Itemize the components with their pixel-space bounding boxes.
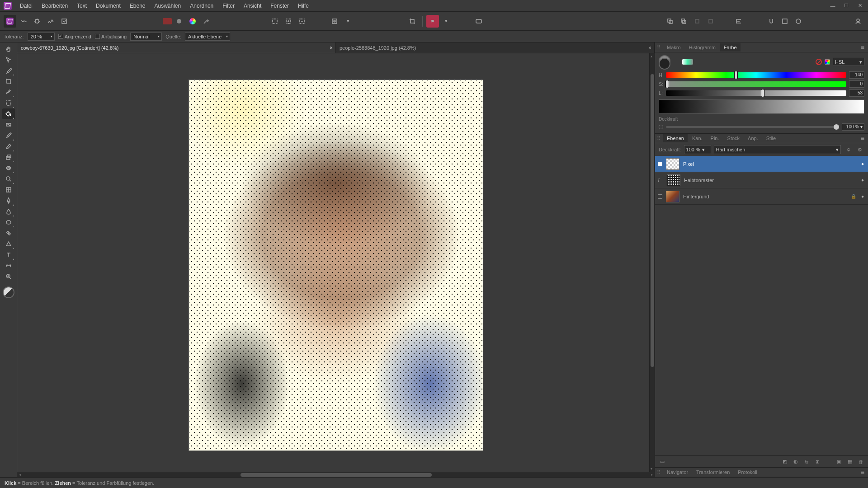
tab-makro[interactable]: Makro [663, 43, 684, 52]
panel-dock-icon[interactable]: ⠿ [657, 44, 660, 50]
layer-select-checkbox[interactable] [658, 194, 662, 199]
text-tool[interactable] [2, 249, 15, 260]
layer-settings-button[interactable]: ⚙ [855, 145, 864, 154]
layer-lock-icon[interactable]: 🔒 [851, 194, 856, 199]
tab-transformieren[interactable]: Transformieren [693, 468, 733, 476]
clone-tool[interactable] [2, 152, 15, 163]
crop-tool[interactable] [2, 76, 15, 87]
saturation-slider[interactable] [666, 81, 846, 87]
color-opacity-slider[interactable] [666, 126, 839, 128]
arrange-forward-button[interactable] [691, 15, 703, 28]
horizontal-scrollbar[interactable]: ◂ ▸ [17, 472, 655, 477]
menu-ebene[interactable]: Ebene [125, 1, 150, 11]
persona-liquify-button[interactable] [17, 15, 30, 28]
assistant-dropdown[interactable]: ▾ [440, 15, 453, 28]
panel-menu-icon[interactable]: ≡ [859, 44, 866, 51]
lightness-value[interactable]: 53 [849, 89, 864, 97]
menu-hilfe[interactable]: Hilfe [293, 1, 313, 11]
mask-button[interactable]: ◩ [780, 458, 789, 466]
color-mode-icon[interactable] [825, 59, 830, 65]
tab-histogramm[interactable]: Histogramm [685, 43, 719, 52]
document-tab-2[interactable]: people-2583848_1920.jpg (42.8%)× [336, 42, 655, 53]
tab-kanaele[interactable]: Kan. [689, 134, 706, 142]
lightness-slider[interactable] [666, 90, 846, 96]
layer-fx-button[interactable]: ✲ [844, 145, 853, 154]
layer-name[interactable]: Halbtonraster [684, 178, 856, 183]
tab-protokoll[interactable]: Protokoll [734, 468, 761, 476]
tab-anpassungen[interactable]: Anp. [744, 134, 762, 142]
grayscale-button[interactable] [173, 15, 185, 28]
menu-anordnen[interactable]: Anordnen [185, 1, 218, 11]
move-tool[interactable] [2, 54, 15, 65]
quick-mask-dropdown[interactable]: ▾ [342, 15, 354, 28]
selection-new-button[interactable] [269, 15, 281, 28]
delete-layer-button[interactable]: 🗑 [856, 458, 865, 466]
snap-guides-button[interactable] [792, 15, 805, 28]
gradient-tool[interactable] [2, 119, 15, 130]
panel-menu-icon[interactable]: ≡ [859, 135, 866, 142]
menu-datei[interactable]: Datei [15, 1, 37, 11]
canvas-viewport[interactable]: ▴ ▾ ◂ ▸ [17, 53, 655, 477]
window-maximize-button[interactable]: ☐ [840, 1, 853, 10]
arrange-front-button[interactable] [664, 15, 676, 28]
mesh-warp-tool[interactable] [2, 184, 15, 195]
color-swatch[interactable] [3, 286, 14, 298]
preview-mode-button[interactable] [472, 15, 485, 28]
blend-mode-select[interactable]: Normal [130, 33, 162, 41]
window-close-button[interactable]: ✕ [854, 1, 866, 10]
crop-indicator-button[interactable] [406, 15, 419, 28]
align-button[interactable] [732, 15, 745, 28]
canvas[interactable] [189, 80, 483, 450]
dodge-tool[interactable] [2, 174, 15, 184]
menu-filter[interactable]: Filter [218, 1, 239, 11]
account-button[interactable] [852, 15, 864, 28]
persona-develop-button[interactable] [31, 15, 43, 28]
sponge-tool[interactable] [2, 217, 15, 228]
color-picker-button[interactable] [200, 15, 212, 28]
layer-opacity-input[interactable]: 100 %▾ [684, 145, 711, 154]
source-select[interactable]: Aktuelle Ebene [185, 33, 230, 41]
hand-tool[interactable] [2, 43, 15, 54]
selection-subtract-button[interactable] [296, 15, 308, 28]
layer-filter-button[interactable]: ▭ [658, 458, 667, 466]
persona-tonemap-button[interactable] [44, 15, 57, 28]
secondary-color-swatch[interactable] [659, 58, 670, 70]
snap-grid-button[interactable] [778, 15, 791, 28]
quick-mask-button[interactable] [328, 15, 341, 28]
layer-blend-select[interactable]: Hart mischen▾ [714, 145, 841, 154]
antialias-checkbox[interactable]: Antialiasing [95, 34, 127, 39]
arrange-back-button[interactable] [677, 15, 690, 28]
panel-dock-icon[interactable]: ⠿ [657, 469, 660, 475]
persona-export-button[interactable] [58, 15, 71, 28]
shape-tool[interactable] [2, 239, 15, 249]
erase-tool[interactable] [2, 141, 15, 152]
snapping-button[interactable] [765, 15, 778, 28]
pen-tool[interactable] [2, 195, 15, 206]
vector-brush-tool[interactable] [2, 260, 15, 271]
arrange-backward-button[interactable] [704, 15, 717, 28]
color-sampler[interactable] [682, 59, 693, 65]
layer-row-halbtonraster[interactable]: I Halbtonraster ● [655, 172, 868, 188]
flood-fill-tool[interactable] [2, 108, 15, 119]
tab-stock[interactable]: Stock [724, 134, 744, 142]
group-button[interactable]: ▣ [835, 458, 844, 466]
adjustment-button[interactable]: ◐ [791, 458, 800, 466]
window-minimize-button[interactable]: — [826, 1, 839, 10]
persona-photo-button[interactable] [4, 15, 16, 28]
selection-brush-tool[interactable] [2, 87, 15, 98]
color-picker-tool[interactable] [2, 65, 15, 76]
add-layer-button[interactable]: ▦ [845, 458, 854, 466]
hue-value[interactable]: 140 [849, 71, 864, 79]
contiguous-checkbox[interactable]: Angrenzend [58, 34, 91, 39]
fx-button[interactable]: fx [802, 458, 811, 466]
panel-menu-icon[interactable]: ≡ [859, 469, 866, 476]
color-wheel-button[interactable] [186, 15, 199, 28]
tab-navigator[interactable]: Navigator [663, 468, 692, 476]
menu-fenster[interactable]: Fenster [266, 1, 293, 11]
color-model-select[interactable]: HSL▾ [833, 58, 864, 66]
color-format-button[interactable] [163, 18, 172, 24]
close-tab-icon[interactable]: × [330, 45, 333, 51]
tab-pinsel[interactable]: Pin. [707, 134, 723, 142]
inpainting-tool[interactable] [2, 163, 15, 174]
layer-visibility-toggle[interactable]: ● [860, 178, 865, 183]
